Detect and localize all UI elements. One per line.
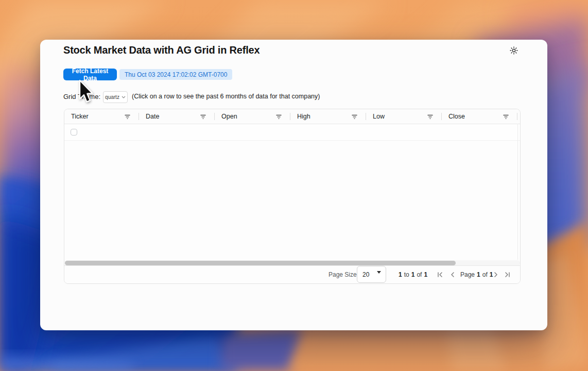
filter-button[interactable] <box>125 114 130 119</box>
column-header-open[interactable]: Open <box>215 109 290 124</box>
page-label: Page <box>460 271 475 278</box>
chevron-left-icon <box>449 272 456 278</box>
column-separator <box>517 113 517 120</box>
filter-icon <box>503 114 509 120</box>
last-page-button[interactable] <box>504 271 511 278</box>
column-header-low[interactable]: Low <box>366 109 442 124</box>
column-label: Date <box>146 113 159 120</box>
sun-icon <box>510 46 518 55</box>
pagination-panel: Page Size: 20 1 to 1 of 1 <box>64 265 520 283</box>
horizontal-scrollbar-thumb[interactable] <box>65 261 456 265</box>
grid-theme-selected-value: quartz <box>105 94 119 100</box>
ag-grid: TickerDateOpenHighLowClose Page Size: 20… <box>64 109 521 284</box>
row-checkbox[interactable] <box>71 129 77 136</box>
grid-theme-select[interactable]: quartz <box>103 91 128 103</box>
column-label: Low <box>373 113 385 120</box>
column-label: Ticker <box>71 113 89 120</box>
page-size-value: 20 <box>362 271 369 278</box>
last-page-icon <box>505 272 511 278</box>
filter-button[interactable] <box>276 114 282 119</box>
next-page-button[interactable] <box>492 271 499 278</box>
app-window: Stock Market Data with AG Grid in Reflex… <box>40 40 547 330</box>
desktop: Stock Market Data with AG Grid in Reflex… <box>0 0 588 371</box>
row-range-summary: 1 to 1 of 1 <box>399 266 427 283</box>
page-size-label: Page Size: <box>328 266 358 283</box>
column-header-date[interactable]: Date <box>139 109 215 124</box>
column-header-high[interactable]: High <box>290 109 366 124</box>
grid-theme-hint: (Click on a row to see the past 6 months… <box>132 93 320 100</box>
table-row[interactable] <box>64 124 520 141</box>
chevron-right-icon <box>493 272 499 278</box>
first-page-button[interactable] <box>436 271 443 278</box>
filter-icon <box>352 114 357 120</box>
timestamp-badge: Thu Oct 03 2024 17:02:02 GMT-0700 <box>119 69 232 80</box>
grid-scroll-gutter-divider <box>517 124 518 260</box>
filter-icon <box>125 114 130 120</box>
column-label: Open <box>221 113 237 120</box>
grid-theme-label: Grid Theme: <box>63 93 100 100</box>
column-header-close[interactable]: Close <box>442 109 517 124</box>
theme-toggle-button[interactable] <box>507 44 521 57</box>
fetch-latest-data-button[interactable]: Fetch Latest Data <box>63 69 117 80</box>
filter-button[interactable] <box>427 114 433 119</box>
caret-down-icon <box>377 271 381 274</box>
filter-button[interactable] <box>200 114 206 119</box>
column-label: Close <box>448 113 465 120</box>
filter-icon <box>276 114 282 120</box>
range-total: 1 <box>424 271 427 278</box>
column-label: High <box>297 113 310 120</box>
page-title: Stock Market Data with AG Grid in Reflex <box>63 44 260 56</box>
range-of-label: of <box>417 271 422 278</box>
range-to-label: to <box>404 271 409 278</box>
page-summary: Page 1 of 1 <box>460 266 493 283</box>
page-current: 1 <box>477 271 480 278</box>
page-size-select[interactable]: 20 <box>357 266 386 283</box>
filter-icon <box>200 114 206 120</box>
previous-page-button[interactable] <box>449 271 456 278</box>
chevron-down-icon <box>122 96 126 98</box>
filter-button[interactable] <box>503 114 509 119</box>
filter-icon <box>427 114 433 120</box>
column-header-ticker[interactable]: Ticker <box>64 109 139 124</box>
range-from: 1 <box>399 271 402 278</box>
filter-button[interactable] <box>352 114 357 119</box>
range-to: 1 <box>411 271 415 278</box>
grid-header: TickerDateOpenHighLowClose <box>64 109 520 124</box>
page-of-label: of <box>482 271 488 278</box>
first-page-icon <box>437 272 443 278</box>
